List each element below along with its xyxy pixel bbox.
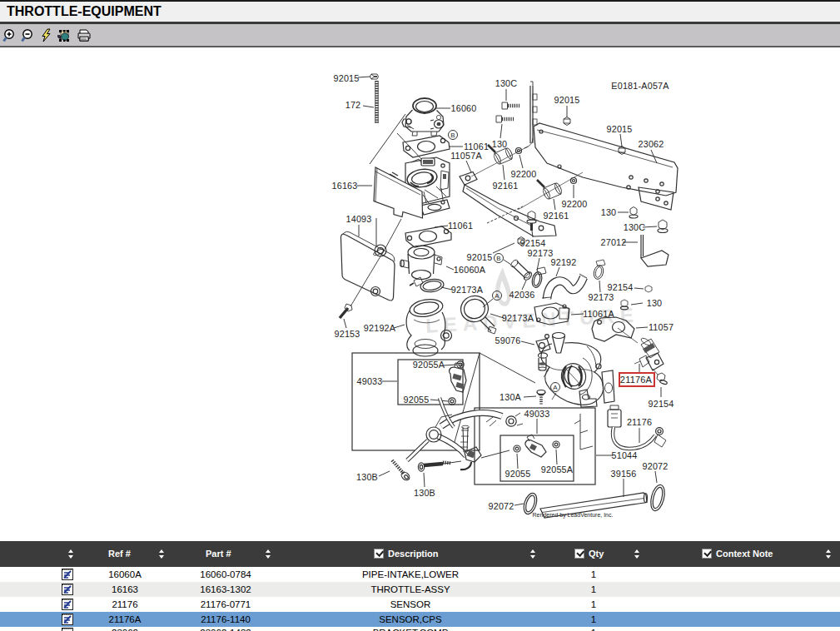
svg-text:130B: 130B: [356, 472, 378, 482]
svg-text:23062: 23062: [638, 139, 664, 149]
svg-text:92173A: 92173A: [502, 313, 534, 323]
svg-text:42036: 42036: [509, 290, 534, 300]
svg-text:92200: 92200: [561, 199, 587, 209]
svg-text:16060: 16060: [450, 103, 476, 113]
svg-text:130: 130: [601, 207, 617, 217]
svg-text:51044: 51044: [611, 450, 637, 460]
svg-text:92161: 92161: [543, 211, 569, 221]
svg-text:92200: 92200: [510, 169, 536, 179]
svg-text:49033: 49033: [356, 376, 382, 386]
svg-text:92015: 92015: [606, 124, 632, 134]
svg-text:92154: 92154: [648, 399, 673, 409]
svg-text:92015: 92015: [554, 95, 579, 105]
svg-text:E0181-A057A: E0181-A057A: [611, 81, 669, 91]
svg-text:A: A: [553, 384, 558, 391]
svg-text:B: B: [450, 132, 455, 139]
svg-text:92161: 92161: [492, 181, 518, 191]
svg-text:16163: 16163: [331, 181, 357, 191]
svg-text:92192: 92192: [550, 257, 576, 267]
svg-text:92173: 92173: [527, 248, 553, 258]
svg-text:92055A: 92055A: [541, 465, 574, 474]
svg-text:92055: 92055: [504, 469, 530, 479]
svg-text:92173A: 92173A: [451, 285, 484, 295]
svg-text:130: 130: [647, 298, 663, 308]
svg-text:92154: 92154: [607, 282, 633, 292]
svg-text:130: 130: [492, 139, 508, 149]
svg-text:14093: 14093: [345, 214, 371, 224]
svg-text:11057: 11057: [649, 322, 673, 332]
svg-text:49033: 49033: [524, 409, 549, 419]
svg-text:A: A: [495, 292, 500, 300]
svg-text:130C: 130C: [495, 78, 518, 88]
svg-text:172: 172: [345, 100, 361, 110]
svg-text:92072: 92072: [488, 501, 514, 511]
svg-text:16060A: 16060A: [454, 265, 486, 275]
svg-text:130A: 130A: [500, 392, 522, 402]
svg-text:92153: 92153: [334, 329, 360, 339]
svg-text:11061: 11061: [448, 221, 473, 231]
svg-text:39156: 39156: [610, 469, 636, 479]
svg-text:130C: 130C: [624, 222, 646, 232]
svg-text:B: B: [496, 255, 500, 262]
svg-text:59076: 59076: [495, 335, 520, 345]
svg-text:92015: 92015: [333, 73, 359, 83]
svg-text:92055: 92055: [403, 395, 429, 405]
svg-text:11057A: 11057A: [450, 151, 482, 161]
svg-text:92192A: 92192A: [364, 323, 396, 333]
svg-text:92072: 92072: [642, 461, 668, 471]
svg-text:27012: 27012: [600, 237, 626, 247]
svg-text:92055A: 92055A: [413, 360, 445, 370]
svg-text:21176: 21176: [627, 417, 652, 427]
svg-text:21176A: 21176A: [620, 375, 653, 385]
svg-text:92173: 92173: [588, 292, 614, 302]
svg-text:92015: 92015: [466, 252, 492, 262]
svg-text:130B: 130B: [414, 488, 435, 498]
